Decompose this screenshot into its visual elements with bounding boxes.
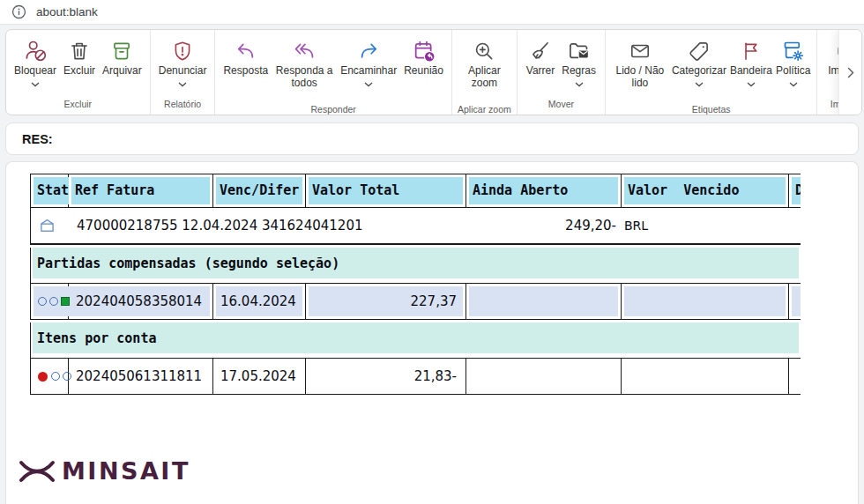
report-button[interactable]: Denunciar (155, 36, 211, 90)
status-circle-icon (49, 297, 58, 306)
ref-fatura-cell: 202404058358014 (71, 286, 210, 316)
minsait-logo: MINSAIT (19, 457, 190, 485)
ribbon-overflow-button[interactable] (838, 30, 861, 115)
group-label-mover: Mover (518, 96, 605, 115)
url-text[interactable]: about:blank (36, 5, 98, 19)
table-header-row: Stat Ref Fatura Venc/Difer Valor Total A… (30, 174, 801, 208)
button-label: Excluir (63, 65, 95, 78)
col-header-ref-fatura: Ref Fatura (71, 177, 210, 204)
col-header-valor-vencido: Valor Vencido (624, 177, 786, 204)
group-label-etiquetas: Etiquetas (606, 101, 816, 115)
person-block-icon (24, 36, 48, 65)
zoom-button[interactable]: Aplicar zoom (460, 36, 508, 101)
ribbon-group-etiquetas: Lido / Não lido Categorizar (606, 30, 817, 115)
zoom-in-icon (473, 36, 495, 65)
reply-all-icon (293, 36, 317, 65)
invoice-amount: 249,20- (507, 218, 616, 233)
table-row-open-item: 202405061311811 17.05.2024 21,83- (30, 359, 801, 395)
valor-vencido-cell (624, 361, 786, 391)
reply-all-button[interactable]: Responda a todos (272, 36, 337, 101)
browser-address-bar: about:blank (0, 0, 864, 25)
flag-button[interactable]: Bandeira (728, 36, 774, 90)
status-red-dot-icon (38, 372, 48, 382)
read-unread-button[interactable]: Lido / Não lido (610, 36, 670, 101)
button-label: Arquivar (102, 65, 142, 78)
section-row-partidas-compensadas: Partidas compensadas (segundo seleção) (30, 248, 801, 284)
button-label: Varrer (526, 65, 555, 78)
col-header-valor-total: Valor Total (309, 177, 463, 204)
button-label: Política (776, 65, 810, 78)
invoice-currency: BRL (624, 219, 648, 233)
sap-invoice-table: Stat Ref Fatura Venc/Difer Valor Total A… (30, 174, 801, 395)
group-label-excluir: Excluir (6, 96, 150, 115)
ref-fatura-cell: 202405061311811 (71, 361, 210, 391)
button-label: Bandeira (730, 65, 772, 78)
rules-icon (567, 36, 591, 65)
invoice-summary-text: 470000218755 12.04.2024 341624041201 (77, 218, 362, 233)
status-circle-icon (38, 297, 47, 306)
chevron-down-icon[interactable] (178, 79, 187, 90)
archive-button[interactable]: Arquivar (99, 36, 145, 90)
button-label: Bloquear (14, 65, 56, 78)
info-icon[interactable] (11, 4, 26, 19)
forward-button[interactable]: Encaminhar (337, 36, 400, 90)
meeting-button[interactable]: Reunião (400, 36, 447, 90)
button-label: Responda a todos (275, 65, 333, 89)
archive-icon (110, 36, 133, 65)
button-label: Resposta (223, 65, 268, 78)
section-row-itens-por-conta: Itens por conta (30, 322, 801, 359)
delete-button[interactable]: Excluir (60, 36, 99, 90)
rules-button[interactable]: Regras (558, 36, 600, 90)
button-label: Lido / Não lido (612, 65, 668, 89)
flag-icon (740, 36, 763, 65)
button-label: Regras (562, 65, 596, 78)
categorize-button[interactable]: Categorizar (670, 36, 728, 90)
button-label: Categorizar (672, 65, 726, 78)
sweep-button[interactable]: Varrer (523, 36, 558, 90)
ainda-aberto-cell (469, 286, 618, 316)
button-label: Denunciar (159, 65, 207, 78)
valor-vencido-cell (624, 286, 786, 316)
col-header-venc-difer: Venc/Difer (216, 177, 302, 204)
ainda-aberto-cell (469, 361, 618, 391)
block-button[interactable]: Bloquear (11, 36, 60, 90)
button-label: Reunião (404, 65, 443, 78)
trash-icon (68, 36, 91, 65)
group-label-relatorio: Relatório (151, 96, 215, 115)
ribbon-group-responder: Resposta Responda a todos (215, 30, 451, 115)
shield-warning-icon (171, 36, 194, 65)
col-header-d: D (792, 177, 801, 204)
message-body: Stat Ref Fatura Venc/Difer Valor Total A… (5, 161, 859, 504)
chevron-down-icon[interactable] (31, 79, 40, 90)
ribbon-group-relatorio: Denunciar Relatório (151, 30, 216, 115)
chevron-down-icon[interactable] (575, 79, 584, 90)
reply-icon (234, 36, 257, 65)
open-envelope-icon (39, 219, 56, 233)
group-label-responder: Responder (215, 101, 451, 115)
reply-button[interactable]: Resposta (220, 36, 272, 90)
ribbon-group-excluir: Bloquear Excluir (6, 30, 151, 115)
invoice-summary-row: 470000218755 12.04.2024 341624041201 249… (30, 208, 801, 245)
valor-total-cell: 227,37 (309, 286, 463, 316)
d-cell (792, 361, 801, 391)
tag-icon (688, 36, 711, 65)
chevron-down-icon[interactable] (747, 79, 756, 90)
policy-button[interactable]: Política (774, 36, 812, 90)
button-label: Encaminhar (340, 65, 397, 78)
chevron-down-icon[interactable] (789, 79, 798, 90)
chevron-down-icon[interactable] (364, 79, 373, 90)
subject-card: RES: (5, 122, 859, 155)
section-title: Itens por conta (33, 322, 799, 353)
button-label: Aplicar zoom (464, 65, 504, 89)
table-row-cleared-item: 202404058358014 16.04.2024 227,37 (30, 284, 801, 320)
d-cell (792, 286, 801, 316)
read-unread-icon (629, 36, 652, 65)
chevron-down-icon[interactable] (695, 79, 704, 90)
status-circle-icon (51, 372, 60, 381)
policy-gear-icon (781, 36, 805, 65)
valor-total-cell: 21,83- (309, 361, 463, 391)
meeting-reply-icon (412, 36, 436, 65)
section-title: Partidas compensadas (segundo seleção) (33, 248, 799, 278)
venc-difer-cell: 16.04.2024 (216, 286, 302, 316)
brand-name: MINSAIT (62, 457, 190, 485)
